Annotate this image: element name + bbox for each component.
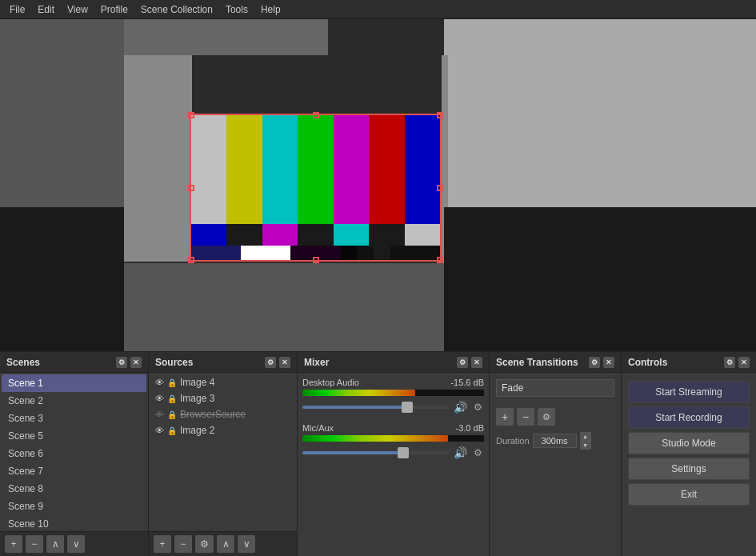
menu-tools[interactable]: Tools [219, 2, 254, 17]
scene-item-2[interactable]: Scene 2 [2, 392, 146, 410]
duration-up-button[interactable]: ▲ [580, 432, 591, 441]
source-eye-image2[interactable]: 👁 [155, 426, 164, 435]
transitions-title: Scene Transitions [496, 357, 578, 368]
scene-item-9[interactable]: Scene 9 [2, 498, 146, 515]
mic-channel-name: Mic/Aux [302, 423, 334, 433]
mic-volume-slider[interactable] [302, 451, 449, 454]
mixer-config-icon[interactable]: ⚙ [457, 357, 468, 368]
scenes-toolbar: + − ∧ ∨ [0, 531, 148, 556]
source-item-image3[interactable]: 👁 🔒 Image 3 [150, 390, 295, 406]
sources-add-button[interactable]: + [154, 535, 171, 553]
mic-settings-button[interactable]: ⚙ [472, 446, 484, 460]
source-name-image2: Image 2 [180, 425, 214, 436]
scene-item-3[interactable]: Scene 3 [2, 410, 146, 427]
menu-view[interactable]: View [61, 2, 94, 17]
scene-item-6[interactable]: Scene 6 [2, 445, 146, 462]
scenes-up-button[interactable]: ∧ [46, 535, 64, 553]
handle-ml[interactable] [188, 185, 194, 191]
desktop-vu-meter [302, 390, 484, 396]
controls-config-icon[interactable]: ⚙ [724, 357, 735, 368]
controls-close-icon[interactable]: ✕ [738, 357, 750, 368]
desktop-volume-slider[interactable] [302, 406, 449, 409]
handle-tl[interactable] [188, 112, 194, 118]
start-streaming-button[interactable]: Start Streaming [628, 381, 750, 403]
duration-input[interactable] [533, 434, 577, 448]
mixer-channel-desktop: Desktop Audio -15.6 dB 🔊 ⚙ [302, 378, 484, 415]
duration-down-button[interactable]: ▼ [580, 441, 591, 450]
handle-bm[interactable] [313, 257, 319, 263]
source-item-browsersource[interactable]: 👁 🔒 BrowserSource [150, 406, 295, 422]
sources-up-button[interactable]: ∧ [217, 535, 234, 553]
sources-close-icon[interactable]: ✕ [279, 357, 290, 368]
transition-remove-button[interactable]: − [517, 408, 534, 426]
menu-file[interactable]: File [3, 2, 31, 17]
mic-slider-thumb[interactable] [398, 447, 409, 458]
source-eye-image3[interactable]: 👁 [155, 394, 164, 403]
exit-button[interactable]: Exit [628, 483, 750, 506]
bg-black-bl [0, 207, 124, 351]
color-bars[interactable] [190, 114, 442, 262]
mic-controls: 🔊 ⚙ [302, 445, 484, 461]
scenes-down-button[interactable]: ∨ [67, 535, 85, 553]
sources-down-button[interactable]: ∨ [238, 535, 255, 553]
handle-bl[interactable] [188, 257, 194, 263]
scenes-panel-header: Scenes ⚙ ✕ [0, 352, 148, 373]
sources-remove-button[interactable]: − [174, 535, 192, 553]
desktop-channel-db: -15.6 dB [450, 378, 484, 387]
start-recording-button[interactable]: Start Recording [628, 406, 750, 429]
menu-scene-collection[interactable]: Scene Collection [134, 2, 219, 17]
source-item-image2[interactable]: 👁 🔒 Image 2 [150, 422, 295, 438]
sources-panel: Sources ⚙ ✕ 👁 🔒 Image 4 👁 🔒 Image 3 👁 🔒 … [149, 352, 298, 556]
menu-edit[interactable]: Edit [31, 2, 61, 17]
mixer-title: Mixer [304, 357, 329, 368]
scenes-close-icon[interactable]: ✕ [130, 357, 142, 368]
scene-item-1[interactable]: Scene 1 [2, 374, 146, 392]
menu-help[interactable]: Help [254, 2, 287, 17]
transitions-content: Fade Cut Swipe Slide + − ⚙ Duration ▲ ▼ [490, 373, 621, 556]
transitions-panel-header: Scene Transitions ⚙ ✕ [490, 352, 621, 373]
handle-mr[interactable] [437, 185, 443, 191]
source-name-image3: Image 3 [180, 393, 214, 404]
mic-mute-button[interactable]: 🔊 [452, 445, 469, 461]
mic-channel-db: -3.0 dB [456, 423, 484, 433]
controls-panel: Controls ⚙ ✕ Start Streaming Start Recor… [622, 352, 756, 556]
handle-br[interactable] [437, 257, 443, 263]
bg-bottom-mid [124, 263, 444, 351]
sources-settings-button[interactable]: ⚙ [195, 535, 214, 553]
transitions-close-icon[interactable]: ✕ [603, 357, 614, 368]
mixer-close-icon[interactable]: ✕ [471, 357, 482, 368]
scene-item-5[interactable]: Scene 5 [2, 427, 146, 445]
scenes-remove-button[interactable]: − [26, 535, 43, 553]
transitions-config-icon[interactable]: ⚙ [589, 357, 600, 368]
scene-item-7[interactable]: Scene 7 [2, 462, 146, 480]
studio-mode-button[interactable]: Studio Mode [628, 432, 750, 454]
desktop-slider-thumb[interactable] [402, 402, 413, 413]
source-name-browser: BrowserSource [180, 409, 246, 420]
scenes-panel: Scenes ⚙ ✕ Scene 1 Scene 2 Scene 3 Scene… [0, 352, 149, 556]
source-item-image4[interactable]: 👁 🔒 Image 4 [150, 374, 295, 390]
sources-config-icon[interactable]: ⚙ [265, 357, 276, 368]
scene-item-10[interactable]: Scene 10 [2, 515, 146, 531]
source-eye-browser[interactable]: 👁 [155, 410, 164, 419]
settings-button[interactable]: Settings [628, 458, 750, 480]
menu-profile[interactable]: Profile [94, 2, 134, 17]
transition-type-select[interactable]: Fade Cut Swipe Slide [496, 379, 614, 397]
sources-list: 👁 🔒 Image 4 👁 🔒 Image 3 👁 🔒 BrowserSourc… [149, 373, 297, 531]
transition-settings-button[interactable]: ⚙ [538, 408, 555, 426]
mixer-panel-header: Mixer ⚙ ✕ [298, 352, 489, 373]
source-lock-image4: 🔒 [167, 378, 177, 387]
controls-title: Controls [628, 357, 667, 368]
scenes-add-button[interactable]: + [5, 535, 22, 553]
handle-tm[interactable] [313, 112, 319, 118]
mixer-channel-mic: Mic/Aux -3.0 dB 🔊 ⚙ [302, 423, 484, 461]
source-eye-image4[interactable]: 👁 [155, 378, 164, 387]
handle-tr[interactable] [437, 112, 443, 118]
desktop-controls: 🔊 ⚙ [302, 399, 484, 415]
sources-panel-header: Sources ⚙ ✕ [149, 352, 297, 373]
duration-label: Duration [496, 436, 530, 446]
transition-add-button[interactable]: + [496, 408, 514, 426]
desktop-settings-button[interactable]: ⚙ [472, 400, 484, 414]
desktop-mute-button[interactable]: 🔊 [452, 399, 469, 415]
scenes-config-icon[interactable]: ⚙ [116, 357, 127, 368]
scene-item-8[interactable]: Scene 8 [2, 480, 146, 498]
